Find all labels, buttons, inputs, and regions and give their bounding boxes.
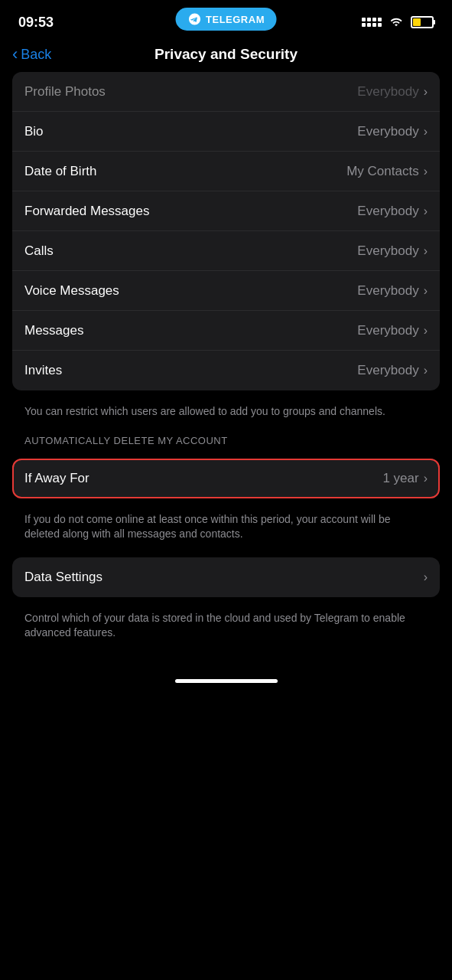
voice-messages-row[interactable]: Voice Messages Everybody › (12, 271, 440, 311)
main-content: Profile Photos Everybody › Bio Everybody… (0, 72, 452, 656)
page-title: Privacy and Security (154, 46, 298, 63)
battery-icon (411, 16, 434, 28)
if-away-for-row[interactable]: If Away For 1 year › (12, 459, 440, 498)
data-settings-hint: Control which of your data is stored in … (12, 603, 440, 656)
data-settings-row[interactable]: Data Settings › (12, 557, 440, 597)
if-away-for-chevron: › (424, 472, 428, 485)
voice-messages-chevron: › (424, 284, 428, 298)
date-of-birth-value: My Contacts (346, 164, 418, 179)
messages-chevron: › (424, 324, 428, 338)
bio-value-group: Everybody › (357, 124, 428, 139)
forwarded-messages-value-group: Everybody › (357, 204, 428, 219)
date-of-birth-row[interactable]: Date of Birth My Contacts › (12, 152, 440, 191)
back-chevron-icon: ‹ (12, 46, 18, 63)
date-of-birth-value-group: My Contacts › (346, 164, 428, 179)
if-away-for-value-group: 1 year › (382, 471, 428, 486)
auto-delete-section-header: AUTOMATICALLY DELETE MY ACCOUNT (12, 435, 440, 452)
profile-photos-value-group: Everybody › (357, 84, 428, 100)
if-away-for-label: If Away For (24, 471, 89, 486)
data-settings-value-group: › (424, 570, 428, 584)
invites-value: Everybody (357, 363, 418, 378)
calls-label: Calls (24, 243, 54, 259)
data-settings-group: Data Settings › (12, 557, 440, 597)
if-away-for-group: If Away For 1 year › (12, 459, 440, 498)
date-of-birth-label: Date of Birth (24, 164, 97, 179)
privacy-settings-group: Profile Photos Everybody › Bio Everybody… (12, 72, 440, 390)
bio-value: Everybody (357, 124, 418, 139)
status-icons (362, 16, 434, 28)
profile-photos-value: Everybody (357, 84, 418, 100)
forwarded-messages-label: Forwarded Messages (24, 204, 149, 219)
bio-label: Bio (24, 124, 44, 139)
voice-messages-value: Everybody (357, 283, 418, 299)
messages-row[interactable]: Messages Everybody › (12, 311, 440, 351)
calls-row[interactable]: Calls Everybody › (12, 231, 440, 271)
signal-icon (362, 18, 382, 27)
wifi-icon (388, 16, 405, 28)
messages-value-group: Everybody › (357, 323, 428, 338)
calls-value-group: Everybody › (357, 243, 428, 259)
bio-chevron: › (424, 125, 428, 139)
invites-label: Invites (24, 363, 62, 378)
profile-photos-chevron: › (424, 85, 428, 99)
voice-messages-value-group: Everybody › (357, 283, 428, 299)
forwarded-messages-value: Everybody (357, 204, 418, 219)
nav-bar: ‹ Back Privacy and Security (0, 40, 452, 72)
forwarded-messages-row[interactable]: Forwarded Messages Everybody › (12, 191, 440, 231)
auto-delete-hint: If you do not come online at least once … (12, 505, 440, 557)
calls-chevron: › (424, 244, 428, 258)
telegram-badge: TELEGRAM (175, 8, 277, 31)
voice-messages-label: Voice Messages (24, 283, 119, 299)
calls-value: Everybody (357, 243, 418, 259)
back-label: Back (21, 47, 51, 63)
telegram-icon (187, 12, 201, 26)
messages-value: Everybody (357, 323, 418, 338)
data-settings-label: Data Settings (24, 570, 102, 585)
profile-photos-row[interactable]: Profile Photos Everybody › (12, 72, 440, 112)
if-away-for-value: 1 year (382, 471, 418, 486)
profile-photos-label: Profile Photos (24, 84, 106, 100)
back-button[interactable]: ‹ Back (12, 46, 51, 63)
bio-row[interactable]: Bio Everybody › (12, 112, 440, 152)
date-of-birth-chevron: › (424, 165, 428, 178)
invites-value-group: Everybody › (357, 363, 428, 378)
home-indicator (175, 679, 278, 683)
telegram-badge-text: TELEGRAM (206, 14, 265, 25)
invites-row[interactable]: Invites Everybody › (12, 351, 440, 390)
data-settings-chevron: › (424, 570, 428, 584)
invites-hint: You can restrict which users are allowed… (12, 397, 440, 435)
invites-chevron: › (424, 364, 428, 377)
forwarded-messages-chevron: › (424, 204, 428, 218)
messages-label: Messages (24, 323, 83, 338)
status-time: 09:53 (18, 15, 54, 31)
